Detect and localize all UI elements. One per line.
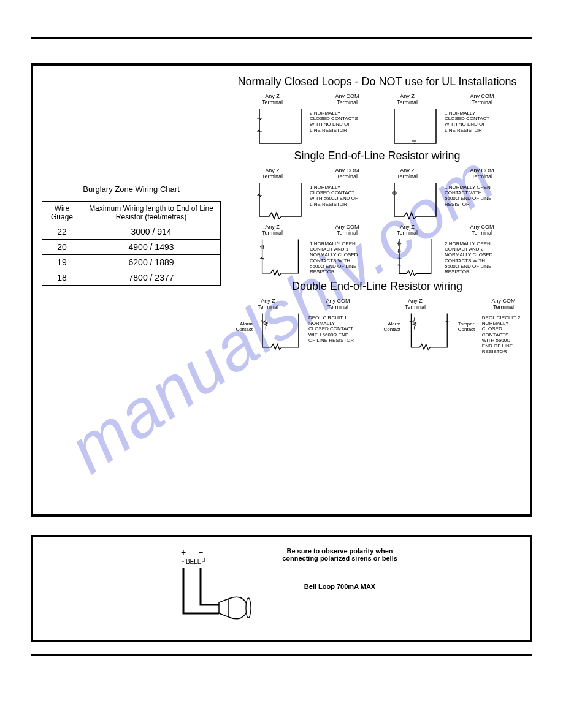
seol-diagram-1: Any Z TerminalAny COM Terminal 1 NORMALL… (255, 167, 365, 220)
deol-diagram-1: Any Z TerminalAny COM Terminal Alarm Con… (233, 298, 356, 354)
side-label: Alarm Contact (380, 311, 400, 332)
diagram-desc: 1 NORMALLY CLOSED CONTACT WITH 5600Ω END… (310, 181, 360, 207)
seol-diagram-2: Any Z TerminalAny COM Terminal 1 NORMALL… (389, 167, 500, 220)
deol-diagram-2: Any Z TerminalAny COM Terminal Alarm Con… (380, 298, 521, 354)
diagram-desc: DEOL CIRCUIT 2 NORMALLY CLOSED CONTACTS … (482, 311, 521, 354)
right-column: Normally Closed Loops - Do NOT use for U… (233, 74, 521, 506)
polarity-note: Be sure to observe polarity when connect… (275, 547, 404, 562)
seol-diagram-3: Any Z TerminalAny COM Terminal 1 NORMALL… (255, 224, 365, 276)
schematic-icon (389, 181, 441, 220)
table-row: 204900 / 1493 (42, 240, 221, 255)
schematic-icon (255, 181, 306, 220)
schematic-icon (404, 311, 454, 351)
section-nc-title: Normally Closed Loops - Do NOT use for U… (233, 75, 521, 88)
wiring-panel: manualshiv.com Burglary Zone Wiring Char… (31, 63, 532, 517)
col-length: Maximum Wiring length to End of Line Res… (82, 202, 221, 224)
bell-diagram: + − └ BELL ┘ (159, 547, 269, 627)
table-header-row: Wire Guage Maximum Wiring length to End … (42, 202, 221, 224)
side-label: Alarm Contact (233, 311, 253, 332)
section-deol-title: Double End-of-Line Resistor wiring (233, 280, 521, 293)
plus-label: + (181, 547, 186, 557)
minus-label: − (198, 547, 203, 557)
wiring-chart-table: Wire Guage Maximum Wiring length to End … (42, 201, 221, 286)
diagram-desc: 2 NORMALLY CLOSED CONTACTS WITH NO END O… (310, 107, 360, 133)
col-gauge: Wire Guage (42, 202, 82, 224)
schematic-icon (389, 107, 441, 146)
nc-diagram-2: Any Z TerminalAny COM Terminal 1 NORMALL… (389, 93, 500, 146)
bell-loop-label: Bell Loop 700mA MAX (275, 583, 404, 590)
svg-point-0 (246, 598, 251, 618)
section-seol-title: Single End-of-Line Resistor wiring (233, 150, 521, 162)
schematic-icon (389, 237, 441, 276)
schematic-icon (256, 311, 305, 351)
page: manualshiv.com Burglary Zone Wiring Char… (0, 0, 563, 728)
chart-title: Burglary Zone Wiring Chart (42, 184, 221, 194)
table-row: 196200 / 1889 (42, 255, 221, 270)
bell-schematic-icon (159, 558, 269, 626)
diagram-desc: DEOL CIRCUIT 1 NORMALLY CLOSED CONTACT W… (308, 311, 356, 343)
seol-diagram-4: Any Z TerminalAny COM Terminal 2 NORMALL… (389, 224, 500, 276)
table-row: 187800 / 2377 (42, 270, 221, 286)
bell-panel: + − └ BELL ┘ Be sure to observe polarity… (31, 535, 532, 642)
schematic-icon (255, 107, 306, 146)
diagram-desc: 1 NORMALLY OPEN CONTACT WITH 5600Ω END O… (445, 181, 495, 207)
table-row: 223000 / 914 (42, 224, 221, 240)
schematic-icon (255, 237, 306, 276)
diagram-desc: 1 NORMALLY CLOSED CONTACT WITH NO END OF… (445, 107, 495, 133)
diagram-desc: 2 NORMALLY OPEN CONTACT AND 2 NORMALLY C… (445, 237, 495, 275)
bell-text-column: Be sure to observe polarity when connect… (275, 547, 404, 590)
top-rule (31, 37, 532, 39)
side-label-2: Tamper Contact (458, 311, 478, 332)
nc-diagram-1: Any Z TerminalAny COM Terminal 2 NORMALL… (255, 93, 365, 146)
left-column: Burglary Zone Wiring Chart Wire Guage Ma… (42, 74, 221, 506)
bottom-rule (31, 654, 532, 656)
diagram-desc: 1 NORMALLY OPEN CONTACT AND 1 NORMALLY C… (310, 237, 360, 275)
